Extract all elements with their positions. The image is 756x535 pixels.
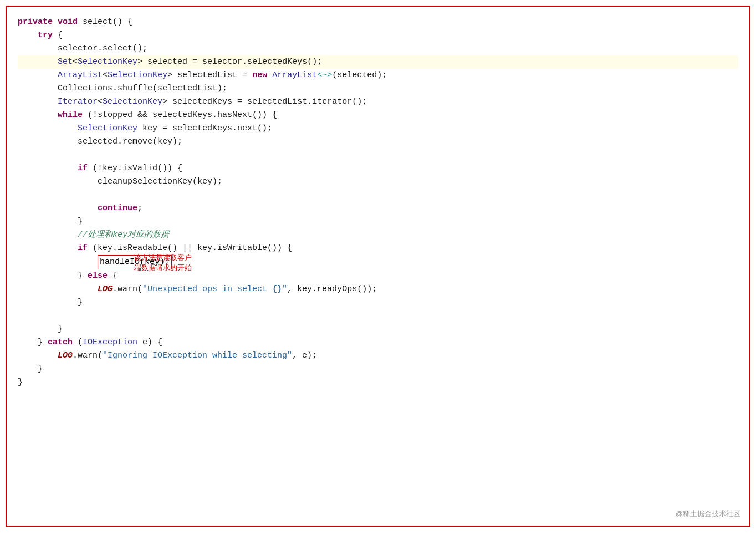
line-blank-2 (18, 188, 738, 202)
line-shuffle: Collections.shuffle(selectedList); (18, 82, 738, 95)
line-close-while: } (18, 323, 738, 336)
kw-private: private (18, 16, 53, 29)
line-while: while (!stopped && selectedKeys.hasNext(… (18, 109, 738, 122)
line-close-catch: } (18, 363, 738, 376)
line-set-selectedkeys: Set<SelectionKey> selected = selector.se… (18, 55, 738, 69)
kw-try: try (38, 29, 53, 42)
line-remove: selected.remove(key); (18, 135, 738, 149)
line-if-isvalid: if (!key.isValid()) { (18, 162, 738, 175)
line-arraylist: ArrayList<SelectionKey> selectedList = n… (18, 69, 738, 82)
line-else: } else { (18, 269, 738, 283)
line-blank-1 (18, 149, 738, 162)
line-iterator: Iterator<SelectionKey> selectedKeys = se… (18, 95, 738, 109)
kw-void: void (58, 16, 78, 29)
line-if-readable: if (key.isReadable() || key.isWritable()… (18, 242, 738, 255)
line-continue: continue; (18, 202, 738, 215)
code-container: private void select() { try { selector.s… (6, 6, 750, 527)
line-try: try { (18, 29, 738, 42)
line-selectionkey: SelectionKey key = selectedKeys.next(); (18, 122, 738, 135)
type-set: Set (58, 55, 73, 69)
line-close-if: } (18, 215, 738, 228)
line-handleio: handleIO(key); 该方法是读取客户端数据请求的开始 (18, 255, 738, 269)
line-1: private void select() { (18, 16, 738, 29)
code-block: private void select() { try { selector.s… (18, 16, 738, 389)
line-selector-select: selector.select(); (18, 42, 738, 55)
line-comment: //处理和key对应的数据 (18, 228, 738, 242)
line-log-ignoring: LOG.warn("Ignoring IOException while sel… (18, 349, 738, 363)
line-close-method: } (18, 376, 738, 389)
watermark: @稀土掘金技术社区 (676, 508, 740, 520)
line-cleanup: cleanupSelectionKey(key); (18, 175, 738, 188)
line-log-unexpected: LOG.warn("Unexpected ops in select {}", … (18, 283, 738, 296)
line-blank-3 (18, 309, 738, 323)
line-close-else: } (18, 296, 738, 309)
line-catch: } catch (IOException e) { (18, 336, 738, 349)
